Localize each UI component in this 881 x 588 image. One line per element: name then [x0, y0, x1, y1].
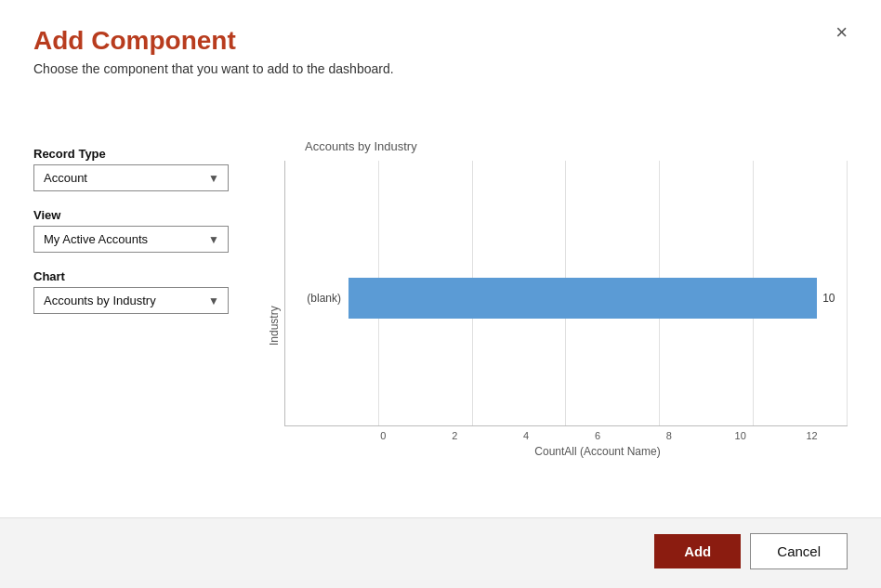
x-tick-6: 6: [562, 430, 634, 441]
view-label: View: [33, 208, 238, 222]
dialog-title: Add Component: [33, 26, 848, 56]
chart-label: Chart: [33, 269, 238, 283]
chart-title: Accounts by Industry: [305, 139, 848, 153]
dialog-subtitle: Choose the component that you want to ad…: [33, 61, 848, 76]
add-button[interactable]: Add: [654, 534, 741, 568]
x-axis-label: CountAll (Account Name): [348, 445, 848, 458]
record-type-select[interactable]: Account Contact Lead Opportunity: [33, 164, 229, 191]
x-tick-12: 12: [776, 430, 848, 441]
record-type-select-wrapper: Account Contact Lead Opportunity ▼: [33, 164, 229, 191]
dialog-footer: Add Cancel: [0, 517, 881, 588]
x-tick-0: 0: [348, 430, 419, 441]
cancel-button[interactable]: Cancel: [750, 533, 848, 569]
record-type-group: Record Type Account Contact Lead Opportu…: [33, 147, 238, 191]
view-select-wrapper: My Active Accounts All Accounts Recently…: [33, 226, 229, 253]
x-tick-2: 2: [419, 430, 491, 441]
bar-row: (blank) 10: [285, 267, 848, 330]
chart-group: Chart Accounts by Industry Accounts by T…: [33, 269, 238, 314]
chart-select[interactable]: Accounts by Industry Accounts by Type Ac…: [33, 287, 229, 314]
close-button[interactable]: ×: [828, 19, 855, 46]
view-group: View My Active Accounts All Accounts Rec…: [33, 208, 238, 253]
record-type-label: Record Type: [33, 147, 238, 161]
x-axis-ticks: 0 2 4 6 8 10 12: [348, 426, 848, 441]
x-tick-8: 8: [633, 430, 704, 441]
add-component-dialog: Add Component Choose the component that …: [0, 0, 881, 588]
left-panel: Record Type Account Contact Lead Opportu…: [33, 136, 238, 503]
x-tick-4: 4: [491, 430, 562, 441]
bar-value: 10: [822, 292, 835, 305]
view-select[interactable]: My Active Accounts All Accounts Recently…: [33, 226, 229, 253]
x-tick-10: 10: [704, 430, 776, 441]
bar-chart: (blank) 10: [284, 161, 848, 426]
chart-container: Industry (b: [268, 161, 848, 458]
bar: [348, 278, 817, 319]
chart-select-wrapper: Accounts by Industry Accounts by Type Ac…: [33, 287, 229, 314]
y-axis-label: Industry: [268, 161, 281, 458]
chart-panel: Accounts by Industry Industry: [268, 136, 848, 503]
bar-label: (blank): [285, 292, 341, 305]
chart-inner: (blank) 10 0 2 4 6 8 10 12: [284, 161, 848, 458]
dialog-body: Record Type Account Contact Lead Opportu…: [0, 113, 881, 517]
dialog-header: Add Component Choose the component that …: [0, 0, 881, 85]
